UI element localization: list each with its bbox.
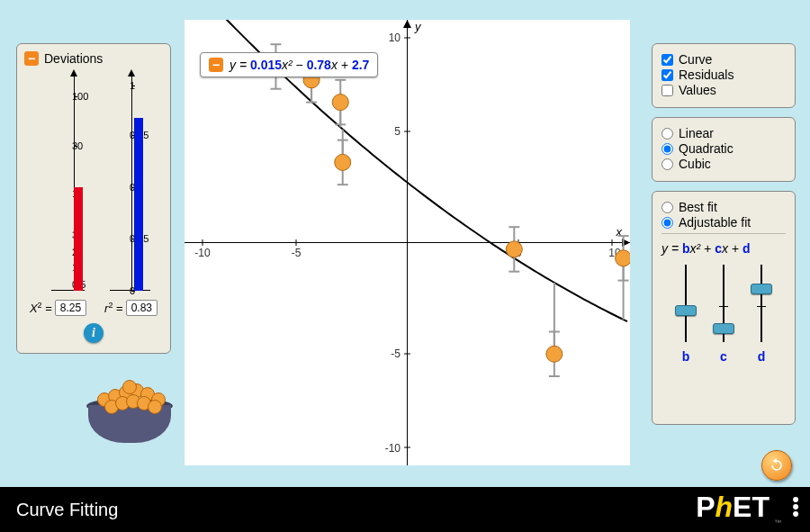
svg-text:-10: -10 xyxy=(194,247,211,259)
data-point[interactable] xyxy=(332,95,348,111)
svg-text:-10: -10 xyxy=(385,442,401,455)
reset-button[interactable] xyxy=(761,450,792,481)
values-checkbox[interactable] xyxy=(662,85,673,96)
equation-text: y = 0.015x² − 0.78x + 2.7 xyxy=(230,58,369,72)
phet-logo[interactable]: PhET xyxy=(696,491,770,524)
fit-panel: Best fit Adjustable fit y = bx² + cx + d… xyxy=(652,191,796,425)
simulation-area: − Deviations 0.5 1 2 3 10 30 100 0 0. xyxy=(0,0,810,487)
phet-menu-icon[interactable]: ••• xyxy=(792,496,799,518)
residuals-checkbox[interactable] xyxy=(662,69,673,81)
slider-b[interactable]: b xyxy=(675,261,697,360)
order-panel: Linear Quadratic Cubic xyxy=(652,117,796,182)
residuals-group xyxy=(270,44,628,376)
curve-checkbox-row[interactable]: Curve xyxy=(662,52,786,67)
slider-c[interactable]: c xyxy=(713,261,734,360)
point-bucket[interactable] xyxy=(88,380,171,443)
data-point[interactable] xyxy=(506,241,522,257)
info-icon[interactable]: i xyxy=(84,323,104,343)
linear-radio[interactable] xyxy=(662,128,673,140)
chi2-barometer: 0.5 1 2 3 10 30 100 xyxy=(24,75,94,291)
curve-checkbox[interactable] xyxy=(662,54,673,66)
svg-text:-5: -5 xyxy=(391,347,400,360)
adjustable-radio-row[interactable]: Adjustable fit xyxy=(662,215,786,230)
deviations-charts: 0.5 1 2 3 10 30 100 0 0.25 0.5 0.75 1 xyxy=(24,75,163,291)
quadratic-radio[interactable] xyxy=(662,143,673,155)
data-point[interactable] xyxy=(546,346,562,362)
values-checkbox-row[interactable]: Values xyxy=(662,83,786,97)
chi2-readout: X2 = 8.25 xyxy=(30,300,86,316)
residuals-checkbox-row[interactable]: Residuals xyxy=(662,68,786,82)
data-points-group xyxy=(267,59,630,362)
svg-text:10: 10 xyxy=(389,32,401,44)
deviations-title: Deviations xyxy=(44,51,103,66)
deviations-panel: − Deviations 0.5 1 2 3 10 30 100 0 0. xyxy=(16,43,171,354)
cubic-radio-row[interactable]: Cubic xyxy=(662,157,786,171)
bestfit-radio[interactable] xyxy=(662,202,673,213)
navigation-bar: Curve Fitting PhET ™ ••• xyxy=(0,487,810,532)
data-point[interactable] xyxy=(335,154,351,170)
r2-bar xyxy=(134,118,143,291)
data-point[interactable] xyxy=(616,250,630,266)
svg-marker-3 xyxy=(403,20,411,28)
sim-title: Curve Fitting xyxy=(16,500,118,520)
y-axis-label: y xyxy=(414,20,422,33)
collapse-icon[interactable]: − xyxy=(209,58,223,72)
svg-text:-5: -5 xyxy=(292,247,302,259)
collapse-icon[interactable]: − xyxy=(24,51,39,66)
quadratic-radio-row[interactable]: Quadratic xyxy=(662,141,786,156)
linear-radio-row[interactable]: Linear xyxy=(662,126,786,140)
r2-barometer: 0 0.25 0.5 0.75 1 xyxy=(94,75,163,291)
r2-readout: r2 = 0.83 xyxy=(104,300,158,316)
view-options-panel: Curve Residuals Values xyxy=(652,43,796,108)
bestfit-radio-row[interactable]: Best fit xyxy=(662,200,786,214)
fit-equation-template: y = bx² + cx + d xyxy=(662,241,786,256)
svg-text:5: 5 xyxy=(394,125,400,138)
graph-area[interactable]: x y -10 -5 5 10 10 5 -5 -10 xyxy=(184,20,630,465)
chi2-bar xyxy=(74,187,83,291)
slider-d[interactable]: d xyxy=(751,261,772,360)
cubic-radio[interactable] xyxy=(662,158,673,170)
adjustable-radio[interactable] xyxy=(662,217,673,229)
equation-readout[interactable]: − y = 0.015x² − 0.78x + 2.7 xyxy=(200,52,378,77)
